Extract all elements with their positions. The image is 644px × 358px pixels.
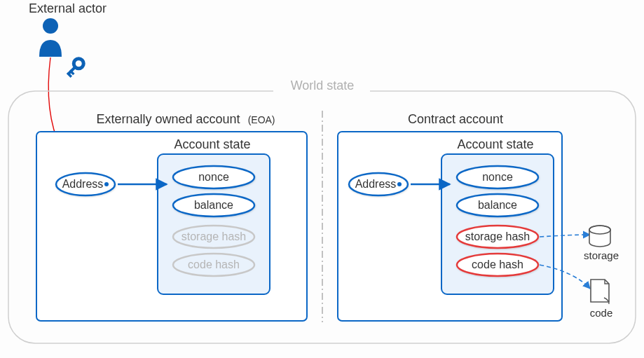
file-icon bbox=[591, 280, 609, 304]
contract-account-state-label: Account state bbox=[457, 137, 533, 151]
eoa-code-hash-text: code hash bbox=[188, 259, 240, 270]
contract-storage-hash-text: storage hash bbox=[465, 230, 530, 242]
key-icon bbox=[64, 57, 85, 78]
storage-icon-label: storage bbox=[584, 249, 619, 261]
contract-title: Contract account bbox=[408, 112, 503, 126]
svg-point-0 bbox=[43, 18, 58, 34]
eoa-address-text: Address bbox=[62, 178, 104, 190]
person-icon bbox=[39, 18, 62, 57]
contract-balance-text: balance bbox=[478, 199, 517, 211]
contract-panel: Contract account Account state Address n… bbox=[338, 112, 619, 321]
code-icon-label: code bbox=[590, 307, 613, 319]
database-icon bbox=[589, 226, 610, 247]
external-actor-label: External actor bbox=[29, 1, 107, 15]
eoa-balance-text: balance bbox=[194, 199, 233, 211]
contract-code-hash-text: code hash bbox=[472, 259, 523, 270]
eoa-storage-hash-text: storage hash bbox=[181, 230, 247, 242]
eoa-account-state-label: Account state bbox=[174, 137, 250, 151]
contract-address-dot bbox=[397, 182, 402, 186]
eoa-address-dot bbox=[104, 182, 109, 186]
contract-address-text: Address bbox=[355, 178, 397, 190]
world-state-label: World state bbox=[291, 78, 355, 92]
contract-nonce-text: nonce bbox=[482, 171, 513, 183]
eoa-panel: Externally owned account (EOA) Account s… bbox=[36, 112, 307, 321]
eoa-nonce-text: nonce bbox=[198, 171, 229, 183]
eoa-title: Externally owned account (EOA) bbox=[96, 112, 275, 126]
